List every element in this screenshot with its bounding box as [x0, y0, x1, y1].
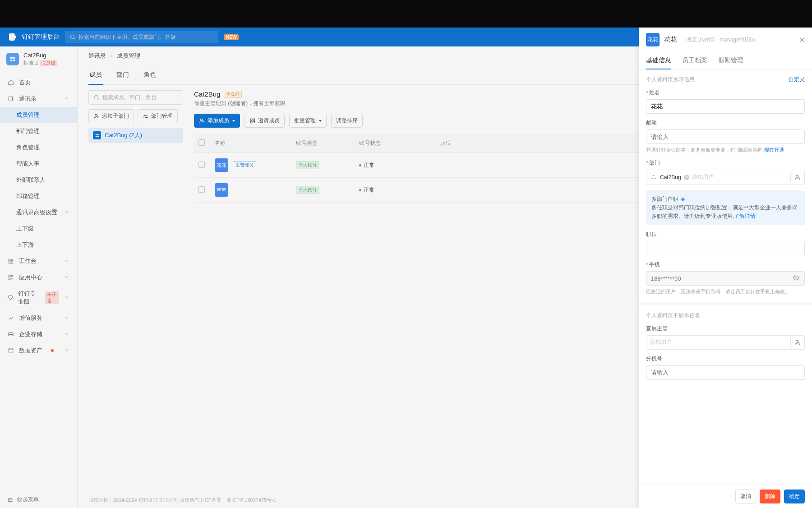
- caret-down-icon: [232, 120, 235, 122]
- svg-point-13: [95, 114, 97, 116]
- drawer-tab-attendance[interactable]: 假勤管理: [718, 52, 743, 69]
- drawer-tabs: 基础信息 员工档案 假勤管理: [639, 52, 812, 69]
- nav-roles[interactable]: 角色管理: [0, 139, 77, 156]
- nav-external[interactable]: 外部联系人: [0, 172, 77, 188]
- breadcrumb-contacts[interactable]: 通讯录: [88, 52, 106, 59]
- open-mail-link[interactable]: 现在开通: [764, 147, 784, 152]
- nav-depts[interactable]: 部门管理: [0, 123, 77, 139]
- search-placeholder: 搜索当前组织下应用、成员或部门、答疑: [78, 33, 176, 41]
- svg-rect-2: [9, 259, 10, 261]
- grid-icon: [7, 258, 14, 265]
- eye-icon[interactable]: [793, 274, 800, 283]
- nav-advanced[interactable]: 通讯录高级设置: [0, 204, 77, 221]
- account-type-tag: 个人账号: [296, 161, 319, 169]
- chevron-down-icon: [64, 314, 70, 322]
- breadcrumb-separator-icon: ›: [111, 52, 112, 59]
- col-acct-status: 账号状态: [355, 134, 436, 153]
- nav-workbench[interactable]: 工作台: [0, 253, 77, 269]
- settings-icon: [143, 113, 149, 120]
- adjust-sort-button[interactable]: 调整排序: [331, 114, 363, 128]
- tab-depts[interactable]: 部门: [115, 65, 130, 84]
- col-name: 名称: [210, 134, 291, 153]
- nav-storage[interactable]: 企业存储: [0, 326, 77, 342]
- nav-updown2[interactable]: 上下游: [0, 237, 77, 253]
- email-input[interactable]: [646, 129, 805, 144]
- global-search-input[interactable]: 搜索当前组织下应用、成员或部门、答疑: [65, 31, 218, 43]
- learn-more-link[interactable]: 了解详情: [734, 213, 756, 219]
- batch-manage-button[interactable]: 批量管理: [289, 114, 327, 128]
- notification-dot-icon: [51, 349, 54, 352]
- confirm-button[interactable]: 确定: [784, 490, 805, 503]
- svg-rect-10: [9, 335, 14, 336]
- drawer-footer: 取消 删除 确定: [639, 485, 812, 508]
- drawer-body: 个人资料页展示信息 自定义 *姓名 邮箱 开通钉钉企业邮箱，商务形象更专业，钉+…: [639, 69, 812, 485]
- delete-button[interactable]: 删除: [760, 490, 780, 503]
- chevron-down-icon: [64, 331, 70, 338]
- svg-point-21: [796, 175, 798, 177]
- nav-data-assets[interactable]: 数据资产: [0, 342, 77, 359]
- pick-manager-button[interactable]: [790, 337, 801, 347]
- collapse-menu[interactable]: 收起菜单: [0, 491, 77, 508]
- org-name: Cat2Bug: [23, 52, 57, 59]
- upgrade-badge[interactable]: 去升级: [40, 60, 57, 66]
- name-input[interactable]: [646, 99, 805, 114]
- caret-down-icon: [319, 120, 322, 122]
- search-icon: [69, 34, 76, 40]
- home-icon: [7, 79, 14, 86]
- drawer-tab-basic[interactable]: 基础信息: [646, 52, 671, 69]
- section-divider: [639, 302, 812, 305]
- multi-dept-info: 多部门任职◆ 多任职是对部门职位的加强配置，满足中大型企业一人兼多岗多职的需求。…: [646, 190, 805, 226]
- row-checkbox[interactable]: [198, 162, 205, 168]
- tree-node-root[interactable]: Cat2Bug (2人): [88, 128, 183, 143]
- field-dept: *部门 Cat2Bug ✕ 添加用户: [646, 159, 805, 185]
- customize-link[interactable]: 自定义: [789, 76, 805, 83]
- nav-updown1[interactable]: 上下级: [0, 221, 77, 237]
- remove-dept-chip[interactable]: ✕: [684, 175, 689, 180]
- chevron-down-icon: [64, 274, 70, 282]
- chevron-down-icon: [64, 347, 70, 355]
- row-checkbox[interactable]: [198, 186, 205, 193]
- nav-vas[interactable]: 增值服务: [0, 310, 77, 326]
- pick-user-button[interactable]: [790, 172, 801, 182]
- manager-input[interactable]: 添加用户: [646, 335, 805, 350]
- contacts-icon: [7, 95, 14, 102]
- svg-rect-15: [250, 119, 252, 120]
- dept-input[interactable]: Cat2Bug ✕ 添加用户: [646, 170, 805, 185]
- dept-manage-button[interactable]: 部门管理: [138, 109, 178, 123]
- nav-members[interactable]: 成员管理: [0, 107, 77, 123]
- svg-point-18: [653, 175, 655, 176]
- apps-icon: [7, 274, 14, 281]
- phone-hint: 已激活的用户，无法修改手机号码，请让员工自行在手机上修改。: [646, 288, 805, 296]
- svg-point-0: [70, 35, 74, 38]
- email-hint: 开通钉钉企业邮箱，商务形象更专业，钉+邮高效协同 现在开通: [646, 146, 805, 154]
- tab-roles[interactable]: 角色: [143, 65, 157, 84]
- add-sub-dept-button[interactable]: 添加子部门: [88, 109, 134, 123]
- nav-home[interactable]: 首页: [0, 74, 77, 91]
- tab-members[interactable]: 成员: [88, 65, 103, 84]
- sidebar: Cat2Bug 标准版 去升级 首页 通讯录 成员管理 部门管理 角色管理 智能…: [0, 46, 78, 508]
- ext-input[interactable]: [646, 365, 805, 380]
- select-all-checkbox[interactable]: [198, 139, 205, 146]
- org-icon: [6, 53, 19, 65]
- drawer-close-button[interactable]: ✕: [799, 36, 805, 44]
- diamond-icon: [7, 294, 14, 301]
- tree-search-input[interactable]: 搜索成员、部门、角色: [88, 90, 183, 105]
- nav-smart-hr[interactable]: 智能人事: [0, 156, 77, 172]
- status-badge: 正常: [359, 186, 431, 194]
- status-badge: 正常: [359, 162, 431, 169]
- invite-member-button[interactable]: 邀请成员: [245, 114, 285, 128]
- nav-mailbox[interactable]: 邮箱管理: [0, 188, 77, 204]
- sidebar-nav: 首页 通讯录 成员管理 部门管理 角色管理 智能人事 外部联系人 邮箱管理 通讯…: [0, 72, 77, 491]
- org-card[interactable]: Cat2Bug 标准版 去升级: [0, 46, 77, 72]
- cancel-button[interactable]: 取消: [735, 490, 756, 503]
- position-input[interactable]: [646, 241, 805, 255]
- svg-rect-17: [250, 121, 252, 123]
- nav-pro[interactable]: 钉钉专业版未开通: [0, 286, 77, 310]
- nav-contacts[interactable]: 通讯录: [0, 91, 77, 107]
- field-position: 职位: [646, 231, 805, 255]
- nav-app-center[interactable]: 应用中心: [0, 269, 77, 286]
- drawer-avatar: 花花: [646, 33, 660, 46]
- field-name: *姓名: [646, 89, 805, 114]
- drawer-tab-employee[interactable]: 员工档案: [682, 52, 707, 69]
- add-member-button[interactable]: 添加成员: [194, 114, 240, 128]
